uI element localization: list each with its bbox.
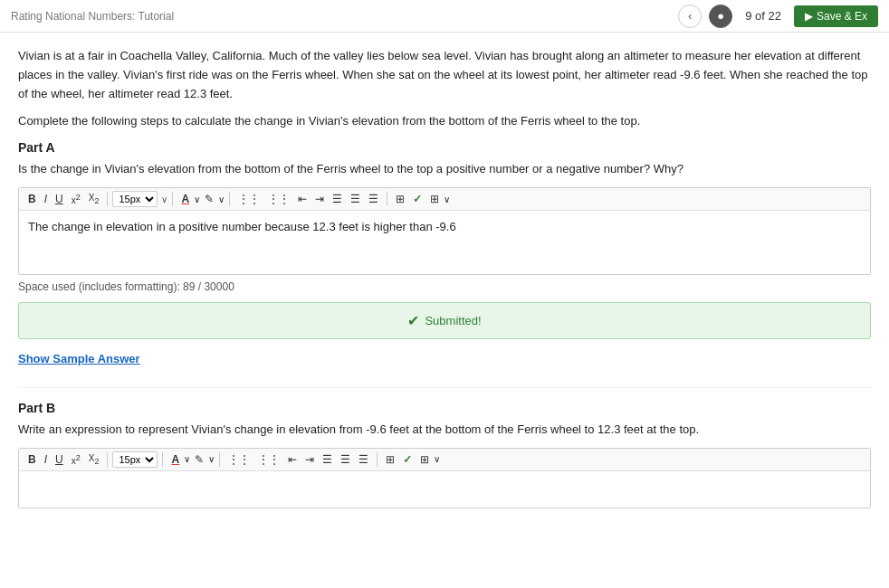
part-b-section: Part B Write an expression to represent … bbox=[18, 387, 871, 508]
divider-3 bbox=[229, 192, 230, 206]
part-b-align-right-button[interactable]: ☰ bbox=[355, 451, 372, 468]
align-right-button[interactable]: ☰ bbox=[365, 191, 382, 207]
part-b-toolbar: B I U x2 X2 15px 12px 14px 18px A ∨ bbox=[19, 449, 870, 471]
part-b-editor: B I U x2 X2 15px 12px 14px 18px A ∨ bbox=[18, 448, 871, 508]
underline-button[interactable]: U bbox=[52, 191, 67, 207]
part-b-table-button[interactable]: ⊞ bbox=[416, 451, 433, 468]
part-b-superscript-button[interactable]: x2 bbox=[68, 451, 84, 468]
indent-button[interactable]: ⇥ bbox=[311, 191, 328, 207]
part-b-divider-3 bbox=[219, 452, 220, 467]
highlight-arrow: ∨ bbox=[218, 194, 225, 204]
part-b-image-button[interactable]: ⊞ bbox=[382, 451, 398, 468]
part-a-editor: B I U x2 X2 15px 12px 14px 18px ∨ A ∨ bbox=[18, 187, 871, 275]
italic-button[interactable]: I bbox=[41, 191, 51, 207]
part-b-answer-body[interactable] bbox=[19, 471, 870, 507]
breadcrumb: Rating National Numbers: Tutorial bbox=[11, 10, 174, 23]
divider-1 bbox=[107, 192, 108, 206]
part-a-answer-text: The change in elevation in a positive nu… bbox=[28, 220, 456, 233]
font-color-arrow: ∨ bbox=[194, 194, 200, 204]
font-size-arrow: ∨ bbox=[161, 194, 167, 204]
part-a-title: Part A bbox=[18, 140, 871, 155]
table-arrow: ∨ bbox=[444, 194, 450, 204]
circle-indicator: ● bbox=[709, 5, 732, 28]
checkmark-button[interactable]: ✓ bbox=[409, 191, 425, 207]
list-ol-button[interactable]: ⋮⋮ bbox=[264, 191, 293, 207]
part-b-list-ul-button[interactable]: ⋮⋮ bbox=[225, 451, 253, 468]
save-icon: ▶ bbox=[805, 10, 813, 23]
save-exit-button[interactable]: ▶ Save & Ex bbox=[794, 5, 878, 27]
part-b-table-arrow: ∨ bbox=[434, 454, 440, 464]
save-label: Save & Ex bbox=[817, 10, 867, 23]
font-color-button[interactable]: A bbox=[177, 191, 193, 207]
part-b-align-center-button[interactable]: ☰ bbox=[337, 451, 354, 468]
highlight-button[interactable]: ✎ bbox=[201, 191, 217, 207]
align-left-button[interactable]: ☰ bbox=[329, 191, 346, 207]
font-size-select[interactable]: 15px 12px 14px 18px bbox=[112, 191, 158, 207]
align-center-button[interactable]: ☰ bbox=[347, 191, 364, 207]
part-b-italic-button[interactable]: I bbox=[41, 451, 51, 468]
part-b-highlight-button[interactable]: ✎ bbox=[191, 451, 207, 468]
page-count: 9 of 22 bbox=[745, 9, 781, 23]
divider-2 bbox=[172, 192, 173, 206]
part-b-divider-2 bbox=[162, 452, 163, 467]
part-b-underline-button[interactable]: U bbox=[52, 451, 67, 468]
submitted-banner: ✔ Submitted! bbox=[18, 302, 871, 339]
list-ul-button[interactable]: ⋮⋮ bbox=[234, 191, 263, 207]
part-b-question: Write an expression to represent Vivian'… bbox=[18, 421, 871, 439]
bold-button[interactable]: B bbox=[24, 191, 40, 207]
show-sample-answer-link[interactable]: Show Sample Answer bbox=[18, 352, 140, 365]
part-b-indent-button[interactable]: ⇥ bbox=[301, 451, 318, 468]
part-b-font-color-button[interactable]: A bbox=[167, 451, 183, 468]
part-a-section: Part A Is the change in Vivian's elevati… bbox=[18, 140, 871, 384]
divider-4 bbox=[387, 192, 387, 206]
submitted-text: Submitted! bbox=[425, 314, 481, 327]
part-b-divider-1 bbox=[107, 452, 108, 467]
table-button[interactable]: ⊞ bbox=[426, 191, 443, 207]
part-b-highlight-arrow: ∨ bbox=[208, 454, 215, 464]
part-b-align-left-button[interactable]: ☰ bbox=[319, 451, 336, 468]
part-b-list-ol-button[interactable]: ⋮⋮ bbox=[254, 451, 283, 468]
part-b-title: Part B bbox=[18, 401, 871, 415]
part-b-bold-button[interactable]: B bbox=[24, 451, 40, 468]
part-b-outdent-button[interactable]: ⇤ bbox=[284, 451, 301, 468]
passage-text: Vivian is at a fair in Coachella Valley,… bbox=[18, 47, 871, 103]
part-b-subscript-button[interactable]: X2 bbox=[85, 451, 103, 468]
prev-page-button[interactable]: ‹ bbox=[678, 5, 702, 28]
part-b-divider-4 bbox=[377, 452, 378, 467]
image-button[interactable]: ⊞ bbox=[392, 191, 408, 207]
space-used-label: Space used (includes formatting): 89 / 3… bbox=[18, 280, 871, 293]
part-a-question: Is the change in Vivian's elevation from… bbox=[18, 160, 871, 178]
submitted-check-icon: ✔ bbox=[407, 312, 419, 329]
subscript-button[interactable]: X2 bbox=[85, 191, 103, 207]
part-b-checkmark-button[interactable]: ✓ bbox=[399, 451, 416, 468]
instructions-text: Complete the following steps to calculat… bbox=[18, 114, 871, 128]
part-a-answer-body[interactable]: The change in elevation in a positive nu… bbox=[19, 211, 870, 274]
outdent-button[interactable]: ⇤ bbox=[294, 191, 311, 207]
part-b-font-color-arrow: ∨ bbox=[184, 454, 190, 464]
part-b-font-size-select[interactable]: 15px 12px 14px 18px bbox=[112, 451, 158, 468]
part-a-toolbar: B I U x2 X2 15px 12px 14px 18px ∨ A ∨ bbox=[19, 188, 870, 211]
superscript-button[interactable]: x2 bbox=[68, 191, 84, 207]
